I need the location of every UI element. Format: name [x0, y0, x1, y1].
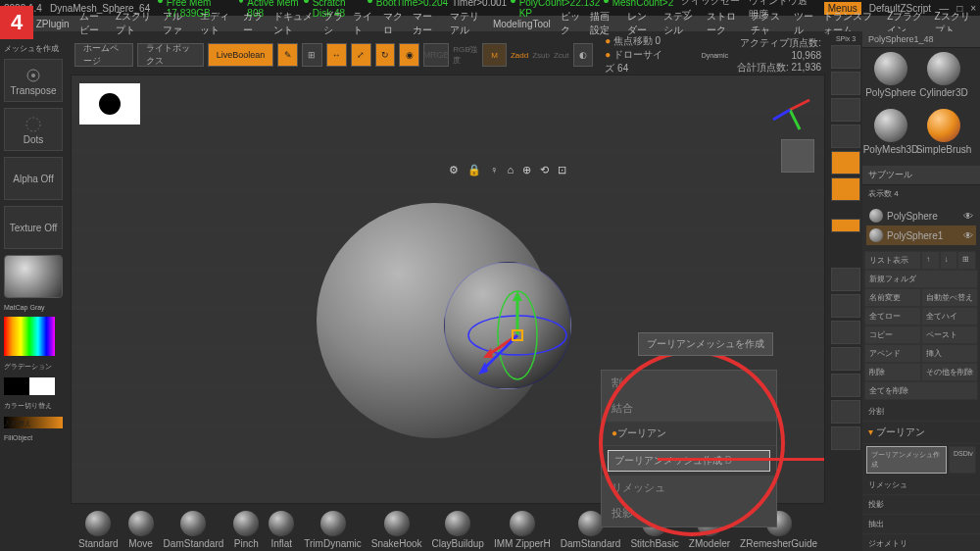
brush-Move[interactable]: Move [128, 511, 154, 549]
delete-button[interactable]: 削除 [864, 363, 921, 381]
drawsize-label[interactable]: ドローサイズ 64 [605, 49, 662, 74]
lightbox-button[interactable]: ライトボックス [137, 43, 203, 67]
popup-remesh[interactable]: リメッシュ [602, 476, 776, 501]
zsub-label[interactable]: Zsub [532, 51, 550, 60]
copy-button[interactable]: コピー [864, 326, 921, 344]
transpose-tool[interactable]: Transpose [4, 59, 63, 102]
vp-btn-g[interactable] [831, 426, 860, 450]
vp-btn-b[interactable] [831, 294, 860, 318]
make-boolean-mesh-button[interactable]: ブーリアンメッシュ作成 D [608, 450, 770, 472]
boolean-section[interactable]: ▾ ブーリアン [862, 422, 980, 444]
brush-DamStandard[interactable]: DamStandard [164, 511, 224, 549]
vp-btn-f[interactable] [831, 400, 860, 424]
insert-button[interactable]: 挿入 [921, 344, 978, 363]
up-button[interactable]: ↑ [921, 251, 940, 270]
gizmo-icons-row[interactable]: ⚙ 🔒 ♀ ⌂ ⊕ ⟲ ⊡ [449, 164, 569, 176]
menu-ZPlugin[interactable]: ZPlugin [36, 19, 70, 29]
brush-IMM ZipperH[interactable]: IMM ZipperH [494, 511, 551, 549]
brush-Standard[interactable]: Standard [78, 511, 119, 549]
popup-split[interactable]: 割 [602, 371, 776, 396]
brush-Inflat[interactable]: Inflat [269, 511, 294, 549]
mesh-object[interactable] [317, 174, 611, 458]
edit-button[interactable]: ✎ [277, 43, 298, 67]
texture-off[interactable]: Texture Off [4, 206, 63, 249]
project-section[interactable]: 投影 [862, 495, 980, 515]
tool-thumb-Cylinder3D[interactable]: Cylinder3D [919, 52, 968, 105]
tool-thumb-SimpleBrush[interactable]: SimpleBrush [919, 109, 968, 162]
focal-label[interactable]: 焦点移動 0 [613, 35, 661, 46]
popup-merge[interactable]: 結合 [602, 396, 776, 422]
rgb-label: RGB強度 [453, 44, 478, 66]
vp-btn-2[interactable] [831, 72, 860, 95]
brush-Pinch[interactable]: Pinch [233, 511, 259, 549]
gizmo-3d[interactable] [464, 281, 581, 399]
tool-header[interactable]: PolySphere1_48 [862, 31, 980, 48]
brush-ClayBuildup[interactable]: ClayBuildup [432, 511, 484, 549]
viewport[interactable]: ⚙ 🔒 ♀ ⌂ ⊕ ⟲ ⊡ ブーリアンメッシュを作成 割 結合 ●ブーリアン ブ… [71, 75, 825, 504]
vp-btn-a[interactable] [831, 268, 860, 291]
section-ジオメトリ[interactable]: ジオメトリ [862, 534, 980, 551]
allhigh-button[interactable]: 全てハイ [921, 307, 978, 326]
gizmo-button[interactable]: ◉ [399, 43, 419, 67]
vp-btn-persp[interactable] [831, 151, 860, 175]
zadd-label[interactable]: Zadd [511, 51, 528, 60]
brush-SnakeHook[interactable]: SnakeHook [371, 511, 422, 549]
dynamic-label[interactable]: Dynamic [702, 52, 728, 59]
menu-ModelingTool[interactable]: ModelingTool [493, 19, 551, 29]
popup-boolean-header[interactable]: ●ブーリアン [602, 422, 776, 446]
draw-button[interactable]: ⊞ [302, 43, 322, 67]
alllow-button[interactable]: 全てロー [864, 307, 921, 326]
vp-btn-3[interactable] [831, 98, 860, 122]
color-black[interactable] [4, 377, 29, 395]
vp-btn-xyz[interactable] [831, 219, 860, 232]
dots-tool[interactable]: Dots [4, 108, 63, 151]
dsdiv-button[interactable]: DSDiv [949, 446, 976, 474]
delall-button[interactable]: 全てを削除 [864, 381, 978, 400]
zcut-label[interactable]: Zcut [554, 51, 569, 60]
split-section[interactable]: 分割 [862, 402, 980, 422]
delother-button[interactable]: その他を削除 [921, 363, 978, 381]
fillobject-label[interactable]: FillObject [4, 434, 63, 441]
listview-button[interactable]: リスト表示 [864, 251, 921, 270]
vp-btn-4[interactable] [831, 125, 860, 148]
vp-btn-e[interactable] [831, 374, 860, 397]
mrgb-button[interactable]: MRGB [423, 43, 449, 67]
paste-button[interactable]: ペースト [921, 326, 978, 344]
m-button[interactable]: M [482, 43, 507, 67]
ops-button[interactable]: ⊞ [957, 251, 976, 270]
move-button[interactable]: ↔ [326, 43, 347, 67]
document-thumbnail[interactable] [79, 83, 140, 125]
extract-section[interactable]: 抽出 [862, 515, 980, 534]
swap-button[interactable]: 入れ替え [4, 417, 63, 428]
material-swatch[interactable] [4, 255, 63, 298]
rename-button[interactable]: 名前変更 [864, 288, 921, 307]
vp-btn-floor[interactable] [831, 177, 860, 201]
remesh-section[interactable]: リメッシュ [862, 476, 980, 495]
camera-cube[interactable] [781, 139, 814, 173]
color-picker[interactable] [4, 317, 55, 356]
alpha-off[interactable]: Alpha Off [4, 157, 63, 200]
subtool-item-selected[interactable]: PolySphere1👁 [866, 225, 976, 245]
axis-widget[interactable] [765, 85, 814, 134]
tool-thumb-PolyMesh3D[interactable]: PolyMesh3D [866, 109, 915, 162]
vp-btn-d[interactable] [831, 347, 860, 371]
down-button[interactable]: ↓ [940, 251, 958, 270]
scale-button[interactable]: ⤢ [351, 43, 371, 67]
brush-TrimDynamic[interactable]: TrimDynamic [304, 511, 362, 549]
subtool-item[interactable]: PolySphere👁 [866, 206, 976, 225]
tool-thumb-PolySphere[interactable]: PolySphere [866, 52, 915, 105]
home-button[interactable]: ホームページ [74, 43, 133, 67]
sculptris-button[interactable]: ◐ [573, 43, 594, 67]
newfolder-button[interactable]: 新規フォルダ [864, 270, 978, 288]
spix-label: SPix 3 [831, 35, 860, 42]
autoreorder-button[interactable]: 自動並べ替え [921, 288, 978, 307]
rotate-button[interactable]: ↻ [375, 43, 396, 67]
subtool-header[interactable]: サブツール [862, 166, 980, 185]
make-boolean-button[interactable]: ブーリアンメッシュ作成 [866, 446, 947, 474]
vp-btn-c[interactable] [831, 321, 860, 344]
vp-btn-1[interactable] [831, 45, 860, 69]
color-white[interactable] [29, 377, 55, 395]
liveboolean-button[interactable]: LiveBoolean [208, 43, 274, 67]
popup-project[interactable]: 投影 [602, 501, 776, 526]
append-button[interactable]: アペンド [864, 344, 921, 363]
